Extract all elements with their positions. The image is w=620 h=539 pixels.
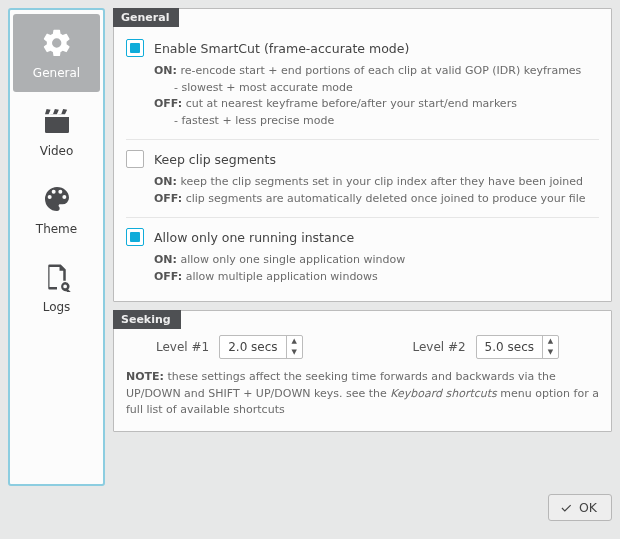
clapperboard-icon: [40, 104, 74, 138]
settings-sidebar: General Video Theme Logs: [8, 8, 105, 486]
spinbox-value: 5.0 secs: [477, 340, 542, 354]
option-keep-segments: Keep clip segments ON: keep the clip seg…: [126, 144, 599, 211]
seek-label: Level #1: [156, 340, 209, 354]
seek-level-1: Level #1 2.0 secs ▲▼: [156, 335, 303, 359]
group-general: General Enable SmartCut (frame-accurate …: [113, 8, 612, 302]
spinbox-level-2[interactable]: 5.0 secs ▲▼: [476, 335, 559, 359]
sidebar-item-label: General: [33, 66, 80, 80]
checkbox-single-instance[interactable]: [126, 228, 144, 246]
option-desc: ON: re-encode start + end portions of ea…: [154, 63, 599, 129]
gear-icon: [40, 26, 74, 60]
seek-note: NOTE: these settings affect the seeking …: [126, 369, 599, 419]
group-seeking: Seeking Level #1 2.0 secs ▲▼ Level #2: [113, 310, 612, 432]
option-single-instance: Allow only one running instance ON: allo…: [126, 222, 599, 289]
dialog-footer: OK: [8, 494, 612, 521]
sidebar-item-video[interactable]: Video: [13, 92, 100, 170]
sidebar-item-theme[interactable]: Theme: [13, 170, 100, 248]
option-label: Allow only one running instance: [154, 230, 354, 245]
option-smartcut: Enable SmartCut (frame-accurate mode) ON…: [126, 33, 599, 133]
seek-level-2: Level #2 5.0 secs ▲▼: [412, 335, 559, 359]
option-label: Enable SmartCut (frame-accurate mode): [154, 41, 409, 56]
check-icon: [559, 501, 573, 515]
sidebar-item-general[interactable]: General: [13, 14, 100, 92]
spin-buttons[interactable]: ▲▼: [286, 336, 302, 358]
ok-label: OK: [579, 500, 597, 515]
option-desc: ON: allow only one single application wi…: [154, 252, 599, 285]
sidebar-item-label: Video: [40, 144, 74, 158]
group-title: General: [113, 8, 179, 27]
option-desc: ON: keep the clip segments set in your c…: [154, 174, 599, 207]
spinbox-value: 2.0 secs: [220, 340, 285, 354]
group-title: Seeking: [113, 310, 181, 329]
ok-button[interactable]: OK: [548, 494, 612, 521]
checkbox-keep-segments[interactable]: [126, 150, 144, 168]
settings-content: General Enable SmartCut (frame-accurate …: [113, 8, 612, 486]
file-search-icon: [40, 260, 74, 294]
sidebar-item-label: Theme: [36, 222, 77, 236]
palette-icon: [40, 182, 74, 216]
sidebar-item-logs[interactable]: Logs: [13, 248, 100, 326]
sidebar-item-label: Logs: [43, 300, 71, 314]
seek-label: Level #2: [412, 340, 465, 354]
checkbox-smartcut[interactable]: [126, 39, 144, 57]
option-label: Keep clip segments: [154, 152, 276, 167]
spinbox-level-1[interactable]: 2.0 secs ▲▼: [219, 335, 302, 359]
spin-buttons[interactable]: ▲▼: [542, 336, 558, 358]
